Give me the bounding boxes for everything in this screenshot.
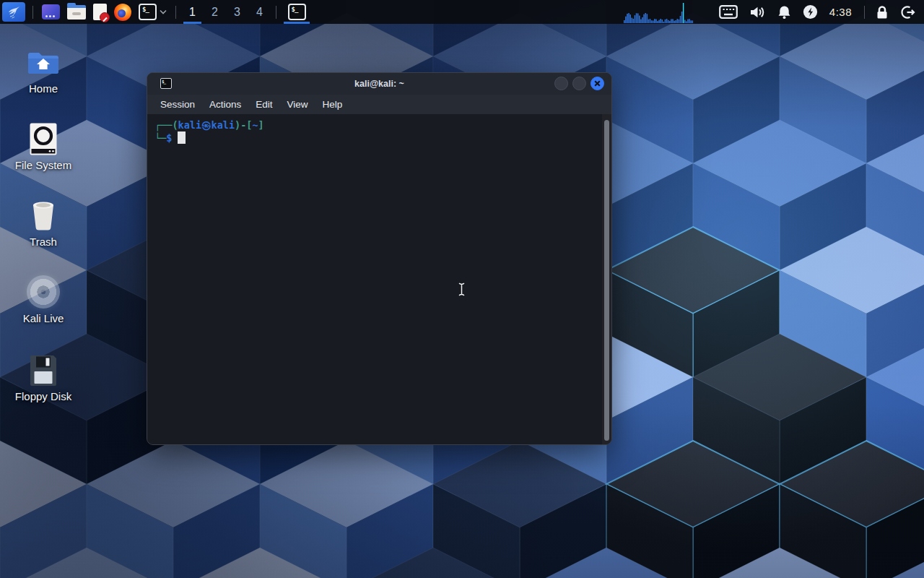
prompt-dollar: $ — [166, 132, 172, 144]
prompt-frame: └─ — [154, 132, 166, 144]
launcher-terminal[interactable]: $_ — [135, 0, 170, 24]
launcher-app-window[interactable] — [38, 0, 64, 24]
mouse-cursor-ibeam — [456, 282, 467, 297]
close-button[interactable] — [590, 77, 604, 90]
prompt-line-1: ┌──(kali㉿kali)-[~] — [154, 118, 594, 131]
prompt-at-symbol: ㉿ — [201, 119, 212, 131]
active-task-underline — [284, 22, 310, 24]
workspace-4[interactable]: 4 — [248, 0, 271, 24]
terminal-glyph: $_ — [142, 6, 149, 13]
power-manager-indicator[interactable] — [803, 4, 818, 20]
desktop-icon-file-system[interactable]: File System — [10, 121, 77, 171]
firefox-icon — [114, 4, 131, 21]
window-title: kali@kali: ~ — [354, 79, 404, 89]
workspace-2[interactable]: 2 — [204, 0, 226, 24]
menu-session[interactable]: Session — [153, 95, 202, 114]
terminal-icon: $_ — [288, 4, 306, 20]
logout-button[interactable] — [900, 5, 915, 20]
maximize-button[interactable] — [572, 77, 586, 90]
prompt-line-2: └─$ — [154, 131, 594, 144]
terminal-cursor — [178, 131, 186, 144]
logout-icon — [900, 5, 915, 20]
terminal-glyph: $_ — [162, 79, 165, 84]
keyboard-icon — [719, 5, 738, 19]
lock-screen-button[interactable] — [876, 5, 889, 20]
optical-disc-icon — [27, 275, 60, 309]
notifications-indicator[interactable] — [777, 5, 791, 20]
menu-actions[interactable]: Actions — [202, 95, 248, 114]
prompt-path: ~ — [252, 119, 258, 131]
workspace-2-label: 2 — [212, 6, 218, 19]
trash-can-icon — [29, 198, 58, 233]
lock-icon — [876, 5, 889, 20]
scrollbar-track[interactable] — [602, 114, 611, 444]
desktop-icon-label: Trash — [30, 236, 57, 248]
prompt-frame: ┌──( — [154, 119, 178, 131]
window-icon — [42, 4, 60, 20]
desktop-icon-label: Kali Live — [23, 312, 64, 324]
desktop-icon-label: Home — [29, 82, 58, 95]
launcher-file-manager[interactable] — [64, 0, 90, 24]
keyboard-indicator[interactable] — [719, 5, 738, 19]
menu-view[interactable]: View — [280, 95, 315, 114]
panel-right: 4:38 — [624, 0, 924, 24]
scrollbar-thumb[interactable] — [604, 120, 609, 441]
terminal-icon: $_ — [160, 78, 172, 89]
terminal-icon: $_ — [139, 4, 157, 20]
terminal-glyph: $_ — [292, 6, 298, 13]
panel-separator — [175, 6, 176, 19]
top-panel: $_ 1 2 3 4 $_ — [0, 0, 924, 24]
panel-separator — [32, 6, 33, 19]
hard-disk-icon — [29, 121, 58, 156]
workspace-1[interactable]: 1 — [181, 0, 204, 24]
menu-edit[interactable]: Edit — [248, 95, 279, 114]
terminal-output-area[interactable]: ┌──(kali㉿kali)-[~] └─$ — [147, 114, 611, 444]
volume-indicator[interactable] — [749, 5, 766, 20]
desktop-icon-label: Floppy Disk — [15, 390, 71, 402]
taskbar-item-terminal[interactable]: $_ — [282, 0, 312, 24]
window-menubar: Session Actions Edit View Help — [147, 95, 611, 114]
chevron-down-icon[interactable] — [160, 9, 167, 14]
document-edit-icon — [93, 4, 107, 20]
panel-separator — [276, 6, 276, 19]
applications-menu-button[interactable] — [0, 0, 27, 24]
folder-icon — [67, 5, 86, 20]
workspace-3[interactable]: 3 — [226, 0, 248, 24]
bell-icon — [777, 5, 791, 20]
prompt-host: kali — [212, 119, 235, 131]
prompt-user: kali — [178, 119, 202, 131]
cpu-history-graph[interactable] — [624, 0, 694, 24]
terminal-window: $_ kali@kali: ~ Session Actions Edit Vie… — [147, 72, 612, 445]
kali-dragon-icon — [2, 2, 25, 22]
desktop-icon-home[interactable]: Home — [10, 45, 77, 95]
window-controls — [554, 77, 604, 90]
desktop-icon-trash[interactable]: Trash — [10, 198, 77, 248]
minimize-button[interactable] — [554, 77, 568, 90]
panel-separator — [864, 6, 865, 19]
menu-help[interactable]: Help — [315, 95, 350, 114]
volume-icon — [749, 5, 766, 20]
launcher-text-editor[interactable] — [90, 0, 110, 24]
launcher-firefox[interactable] — [110, 0, 135, 24]
clock[interactable]: 4:38 — [829, 6, 852, 18]
desktop-icon-label: File System — [15, 159, 71, 171]
desktop-icon-kali-live[interactable]: Kali Live — [10, 275, 77, 324]
active-workspace-underline — [183, 22, 201, 24]
home-folder-icon — [27, 45, 60, 79]
workspace-3-label: 3 — [234, 6, 240, 19]
desktop-icon-floppy-disk[interactable]: Floppy Disk — [10, 353, 77, 402]
workspace-1-label: 1 — [189, 6, 196, 19]
workspace-4-label: 4 — [256, 6, 263, 19]
panel-left: $_ 1 2 3 4 $_ — [0, 0, 312, 24]
power-icon — [803, 4, 818, 20]
floppy-disk-icon — [29, 353, 58, 387]
close-icon — [594, 80, 601, 87]
prompt-frame: )-[ — [235, 119, 252, 131]
prompt-frame: ] — [258, 119, 264, 131]
window-titlebar[interactable]: $_ kali@kali: ~ — [147, 73, 611, 95]
